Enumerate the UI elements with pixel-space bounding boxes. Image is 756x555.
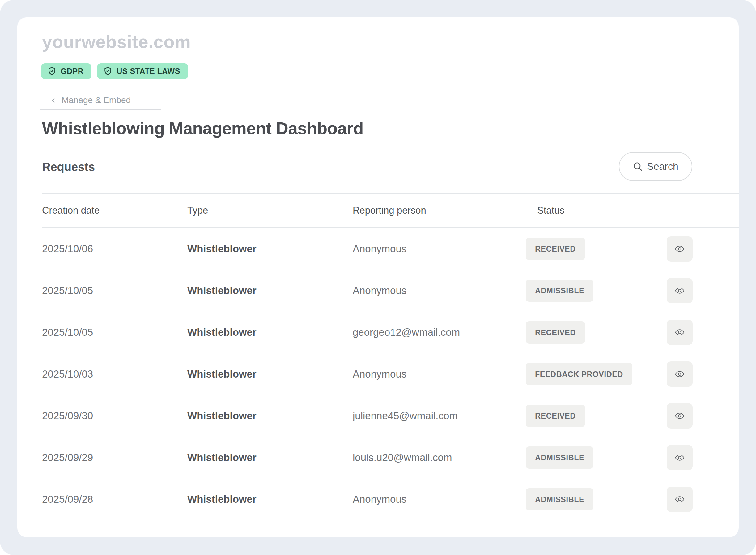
creation-date-cell: 2025/10/06 — [42, 243, 187, 255]
eye-icon — [673, 453, 686, 463]
type-cell: Whistleblower — [187, 410, 353, 422]
status-badge: RECEIVED — [526, 321, 585, 343]
table-row[interactable]: 2025/10/05 Whistleblower Anonymous ADMIS… — [42, 270, 739, 311]
table-row[interactable]: 2025/10/06 Whistleblower Anonymous RECEI… — [42, 228, 739, 270]
reporting-person-cell: Anonymous — [353, 368, 526, 380]
compliance-badges: GDPR US STATE LAWS — [41, 63, 188, 79]
table-header-row: Creation date Type Reporting person Stat… — [42, 193, 739, 228]
reporting-person-cell: Anonymous — [353, 494, 526, 505]
type-cell: Whistleblower — [187, 368, 353, 380]
requests-heading: Requests — [42, 160, 95, 174]
dashboard-card: yourwebsite.com GDPR — [17, 17, 739, 537]
creation-date-cell: 2025/10/03 — [42, 368, 187, 380]
view-request-button[interactable] — [667, 445, 693, 470]
column-header-type: Type — [187, 205, 353, 216]
creation-date-cell: 2025/09/28 — [42, 494, 187, 505]
eye-icon — [673, 286, 686, 296]
column-header-status: Status — [526, 205, 667, 216]
compliance-badge-us-state-laws: US STATE LAWS — [97, 63, 188, 79]
table-row[interactable]: 2025/10/03 Whistleblower Anonymous FEEDB… — [42, 353, 739, 395]
table-body: 2025/10/06 Whistleblower Anonymous RECEI… — [42, 228, 739, 520]
status-badge: ADMISSIBLE — [526, 446, 593, 469]
creation-date-cell: 2025/09/29 — [42, 452, 187, 464]
badge-label: GDPR — [60, 67, 83, 76]
reporting-person-cell: louis.u20@wmail.com — [353, 452, 526, 464]
view-request-button[interactable] — [667, 236, 693, 262]
table-row[interactable]: 2025/09/29 Whistleblower louis.u20@wmail… — [42, 437, 739, 478]
status-badge: RECEIVED — [526, 405, 585, 427]
view-request-button[interactable] — [667, 487, 693, 512]
manage-embed-label: Manage & Embed — [61, 95, 131, 105]
eye-icon — [673, 244, 686, 254]
table-row[interactable]: 2025/09/30 Whistleblower julienne45@wmai… — [42, 395, 739, 437]
column-header-creation-date: Creation date — [42, 205, 187, 216]
screenshot-stage: yourwebsite.com GDPR — [0, 0, 756, 555]
type-cell: Whistleblower — [187, 285, 353, 297]
creation-date-cell: 2025/10/05 — [42, 327, 187, 338]
creation-date-cell: 2025/09/30 — [42, 410, 187, 422]
type-cell: Whistleblower — [187, 243, 353, 255]
search-button[interactable]: Search — [619, 152, 692, 181]
view-request-button[interactable] — [667, 320, 693, 345]
eye-icon — [673, 369, 686, 379]
status-badge: RECEIVED — [526, 238, 585, 260]
status-badge: FEEDBACK PROVIDED — [526, 363, 632, 385]
page-frame: yourwebsite.com GDPR — [0, 0, 756, 555]
type-cell: Whistleblower — [187, 494, 353, 505]
column-header-reporting-person: Reporting person — [353, 205, 526, 216]
view-request-button[interactable] — [667, 278, 693, 303]
table-row[interactable]: 2025/09/28 Whistleblower Anonymous ADMIS… — [42, 478, 739, 520]
status-badge: ADMISSIBLE — [526, 280, 593, 302]
reporting-person-cell: georgeo12@wmail.com — [353, 327, 526, 338]
reporting-person-cell: Anonymous — [353, 285, 526, 297]
site-title: yourwebsite.com — [42, 33, 191, 51]
reporting-person-cell: Anonymous — [353, 243, 526, 255]
shield-check-icon — [47, 67, 56, 76]
shield-check-icon — [103, 67, 113, 76]
eye-icon — [673, 495, 686, 504]
search-icon — [633, 161, 643, 172]
badge-label: US STATE LAWS — [117, 67, 180, 76]
eye-icon — [673, 328, 686, 337]
chevron-left-icon — [50, 96, 57, 104]
view-request-button[interactable] — [667, 403, 693, 429]
compliance-badge-gdpr: GDPR — [41, 63, 91, 79]
status-badge: ADMISSIBLE — [526, 488, 593, 510]
page-title: Whistleblowing Management Dashboard — [42, 118, 363, 138]
eye-icon — [673, 411, 686, 421]
requests-table: Creation date Type Reporting person Stat… — [42, 193, 739, 520]
type-cell: Whistleblower — [187, 327, 353, 338]
type-cell: Whistleblower — [187, 452, 353, 464]
reporting-person-cell: julienne45@wmail.com — [353, 410, 526, 422]
table-row[interactable]: 2025/10/05 Whistleblower georgeo12@wmail… — [42, 311, 739, 353]
creation-date-cell: 2025/10/05 — [42, 285, 187, 297]
search-button-label: Search — [647, 161, 678, 172]
manage-embed-link[interactable]: Manage & Embed — [40, 91, 161, 110]
view-request-button[interactable] — [667, 361, 693, 387]
